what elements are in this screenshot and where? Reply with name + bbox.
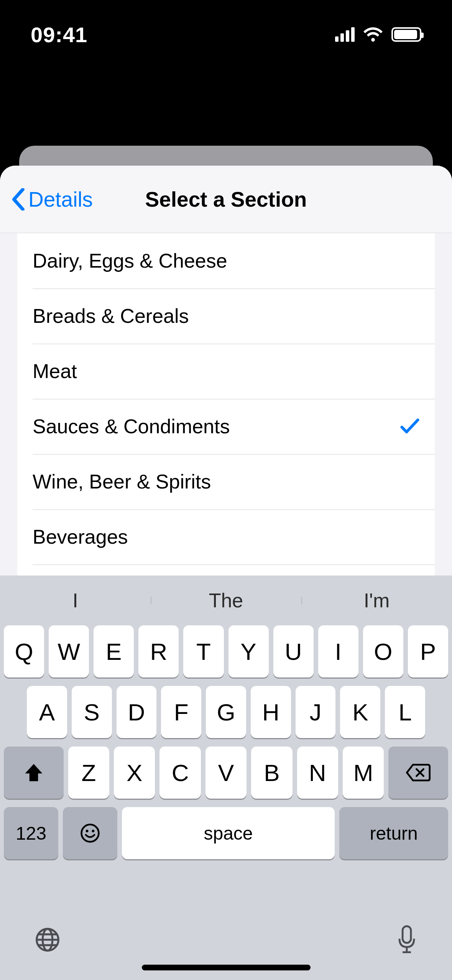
key-a[interactable]: A — [27, 686, 67, 738]
key-b[interactable]: B — [251, 747, 292, 799]
backspace-key[interactable] — [388, 747, 448, 799]
section-row-dairy[interactable]: Dairy, Eggs & Cheese — [17, 233, 435, 288]
key-h[interactable]: H — [251, 686, 291, 738]
section-row-sauces[interactable]: Sauces & Condiments — [17, 399, 435, 454]
section-label: Wine, Beer & Spirits — [33, 470, 211, 493]
chevron-left-icon — [12, 188, 25, 210]
key-o[interactable]: O — [363, 625, 403, 677]
space-key[interactable]: space — [122, 807, 335, 859]
key-i[interactable]: I — [318, 625, 358, 677]
status-indicators — [335, 27, 421, 42]
key-d[interactable]: D — [117, 686, 157, 738]
section-row-meat[interactable]: Meat — [17, 344, 435, 399]
back-button[interactable]: Details — [12, 166, 93, 233]
svg-point-0 — [81, 825, 99, 842]
section-label: Sauces & Condiments — [33, 415, 230, 438]
key-j[interactable]: J — [296, 686, 336, 738]
status-time: 09:41 — [31, 22, 87, 47]
key-s[interactable]: S — [72, 686, 112, 738]
svg-point-2 — [92, 830, 94, 832]
key-g[interactable]: G — [206, 686, 246, 738]
key-t[interactable]: T — [183, 625, 224, 677]
page-title: Select a Section — [145, 187, 307, 212]
navigation-bar: Details Select a Section — [0, 166, 452, 233]
wifi-icon — [363, 27, 383, 42]
section-row-breads[interactable]: Breads & Cereals — [17, 288, 435, 344]
svg-point-1 — [86, 830, 89, 832]
home-indicator[interactable] — [142, 965, 311, 970]
key-y[interactable]: Y — [228, 625, 269, 677]
suggestion-3[interactable]: I'm — [301, 589, 452, 612]
section-label: Breads & Cereals — [33, 304, 189, 327]
suggestion-2[interactable]: The — [151, 589, 301, 612]
globe-icon[interactable] — [35, 927, 61, 953]
key-u[interactable]: U — [273, 625, 314, 677]
key-l[interactable]: L — [385, 686, 425, 738]
key-w[interactable]: W — [49, 625, 89, 677]
key-x[interactable]: X — [114, 747, 155, 799]
key-q[interactable]: Q — [4, 625, 44, 677]
key-f[interactable]: F — [161, 686, 201, 738]
suggestion-1[interactable]: I — [0, 589, 151, 612]
key-m[interactable]: M — [343, 747, 384, 799]
emoji-icon — [80, 823, 100, 844]
section-row-beverages[interactable]: Beverages — [17, 509, 435, 564]
back-label: Details — [28, 187, 93, 212]
key-z[interactable]: Z — [68, 747, 109, 799]
key-e[interactable]: E — [94, 625, 134, 677]
svg-rect-6 — [403, 926, 411, 943]
key-n[interactable]: N — [297, 747, 338, 799]
suggestion-bar: I The I'm — [0, 576, 452, 625]
emoji-key[interactable] — [63, 807, 117, 859]
key-p[interactable]: P — [408, 625, 448, 677]
section-label: Dairy, Eggs & Cheese — [33, 249, 227, 272]
status-bar: 09:41 — [0, 0, 452, 69]
section-row-wine[interactable]: Wine, Beer & Spirits — [17, 454, 435, 509]
shift-icon — [23, 763, 44, 782]
key-v[interactable]: V — [205, 747, 247, 799]
return-key[interactable]: return — [339, 807, 448, 859]
shift-key[interactable] — [4, 747, 64, 799]
key-c[interactable]: C — [159, 747, 201, 799]
software-keyboard: I The I'm Q W E R T Y U I O P A S D F G … — [0, 576, 452, 980]
battery-icon — [391, 27, 421, 42]
section-label: Meat — [33, 360, 77, 383]
microphone-icon[interactable] — [396, 925, 417, 954]
checkmark-icon — [400, 418, 419, 435]
numbers-key[interactable]: 123 — [4, 807, 58, 859]
key-r[interactable]: R — [138, 625, 179, 677]
backspace-icon — [406, 764, 431, 781]
key-k[interactable]: K — [340, 686, 380, 738]
section-label: Beverages — [33, 525, 128, 548]
cellular-signal-icon — [335, 27, 355, 42]
